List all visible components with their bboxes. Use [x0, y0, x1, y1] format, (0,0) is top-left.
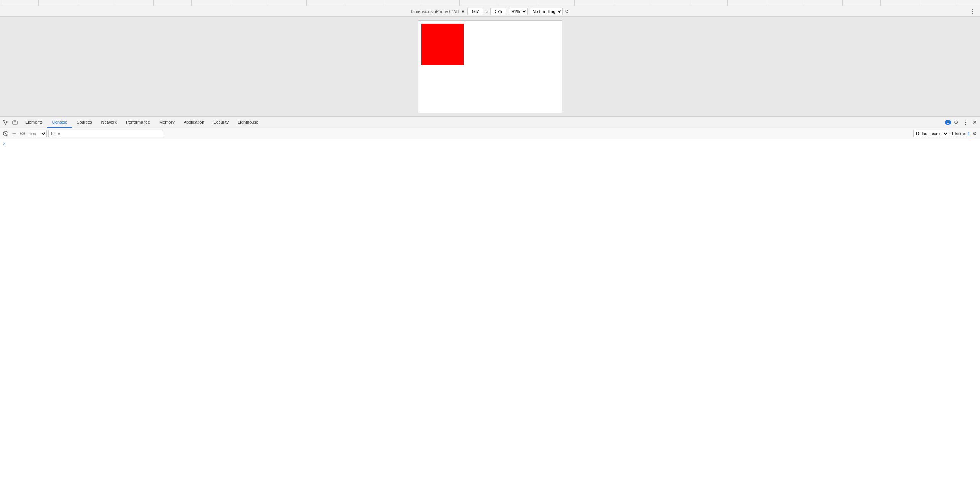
issue-count[interactable]: 1: [967, 131, 970, 136]
svg-line-3: [4, 132, 8, 135]
tab-sources[interactable]: Sources: [72, 117, 96, 128]
console-filter-toggle-button[interactable]: [11, 130, 18, 137]
device-toolbar: Dimensions: iPhone 6/7/8 ▼ × 91% No thro…: [0, 6, 980, 17]
svg-point-5: [22, 133, 23, 134]
device-toggle-button[interactable]: [11, 118, 19, 127]
dimension-separator: ×: [486, 9, 488, 14]
tab-elements[interactable]: Elements: [21, 117, 47, 128]
tab-application[interactable]: Application: [179, 117, 209, 128]
tab-console[interactable]: Console: [47, 117, 72, 128]
console-eye-button[interactable]: [19, 130, 26, 137]
tab-network[interactable]: Network: [97, 117, 121, 128]
tab-performance[interactable]: Performance: [121, 117, 155, 128]
console-clear-button[interactable]: [2, 130, 9, 137]
refresh-icon[interactable]: ↺: [565, 8, 569, 14]
close-devtools-button[interactable]: ✕: [971, 118, 978, 127]
throttle-select[interactable]: No throttling: [530, 8, 563, 15]
viewport-area: 移动端: [0, 17, 980, 116]
tab-lighthouse[interactable]: Lighthouse: [233, 117, 263, 128]
dropdown-icon: ▼: [461, 9, 465, 14]
console-toolbar: top Default levels 1 Issue: 1 ⚙: [0, 128, 980, 139]
devtools-tabs-bar: Elements Console Sources Network Perform…: [0, 117, 980, 128]
zoom-select[interactable]: 91%: [509, 8, 528, 15]
tab-memory[interactable]: Memory: [155, 117, 179, 128]
inspect-element-button[interactable]: [2, 118, 10, 127]
devtools-left-icons: [0, 117, 21, 128]
dimensions-label: Dimensions: iPhone 6/7/8: [411, 9, 459, 14]
width-input[interactable]: [467, 8, 483, 15]
console-input-row[interactable]: >: [0, 140, 980, 147]
ruler-bar: [0, 0, 980, 6]
phone-screen: 移动端: [418, 21, 562, 113]
devtools-tabs-right: 1 ⚙ ⋮ ✕: [945, 118, 978, 127]
log-level-select[interactable]: Default levels: [913, 130, 949, 137]
devtools-panel: Elements Console Sources Network Perform…: [0, 116, 980, 496]
ruler-marks: [0, 0, 980, 6]
console-content: >: [0, 139, 980, 496]
topbar-right: ⋮: [968, 7, 977, 16]
settings-button[interactable]: ⚙: [952, 118, 960, 127]
console-settings-button[interactable]: ⚙: [972, 130, 978, 137]
console-filter-input[interactable]: [48, 130, 163, 137]
tab-security[interactable]: Security: [209, 117, 233, 128]
console-count-badge: 1: [945, 120, 951, 125]
issue-label: 1 Issue:: [951, 131, 966, 136]
height-input[interactable]: [490, 8, 506, 15]
more-tabs-button[interactable]: ⋮: [962, 118, 970, 127]
topbar-more-button[interactable]: ⋮: [968, 7, 977, 16]
console-toolbar-right: Default levels 1 Issue: 1 ⚙: [913, 130, 978, 137]
issues-badge: 1 Issue: 1: [951, 131, 970, 136]
device-toolbar-center: Dimensions: iPhone 6/7/8 ▼ × 91% No thro…: [411, 8, 570, 15]
svg-point-4: [20, 132, 25, 135]
console-caret: >: [3, 141, 5, 146]
context-select[interactable]: top: [28, 130, 47, 137]
red-square: [421, 24, 464, 65]
